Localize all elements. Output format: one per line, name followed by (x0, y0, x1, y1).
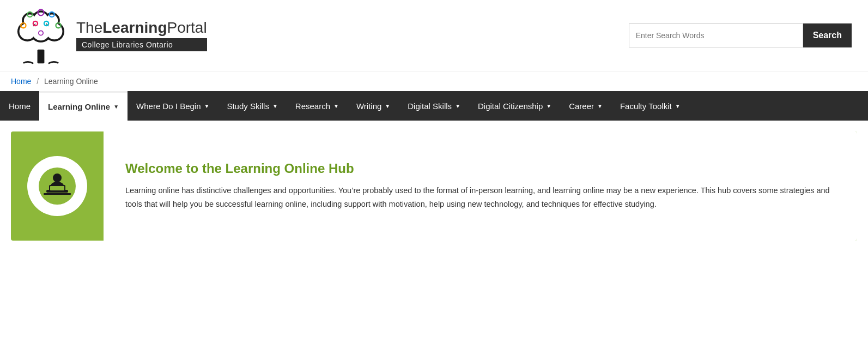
svg-rect-26 (50, 186, 64, 190)
nav-item-study-skills[interactable]: Study Skills ▼ (218, 91, 286, 121)
logo-text: TheLearningPortal College Libraries Onta… (76, 20, 207, 51)
welcome-icon-area (11, 140, 104, 232)
svg-rect-27 (44, 193, 71, 195)
chevron-down-icon: ▼ (546, 103, 551, 109)
online-learning-icon (27, 156, 87, 216)
nav-item-career[interactable]: Career ▼ (560, 91, 611, 121)
chevron-down-icon: ▼ (675, 103, 681, 109)
site-header: TheLearningPortal College Libraries Onta… (0, 0, 868, 71)
breadcrumb-separator: / (37, 77, 39, 86)
nav-item-home[interactable]: Home (0, 91, 39, 121)
svg-point-10 (34, 13, 48, 27)
logo-area: TheLearningPortal College Libraries Onta… (11, 5, 207, 65)
chevron-down-icon: ▼ (204, 103, 210, 109)
breadcrumb-home-link[interactable]: Home (11, 77, 31, 86)
welcome-text-area: Welcome to the Learning Online Hub Learn… (104, 131, 857, 241)
nav-item-faculty-toolkit[interactable]: Faculty Toolkit ▼ (611, 91, 689, 121)
tree-logo-icon (11, 5, 71, 65)
welcome-body: Learning online has distinctive challeng… (125, 184, 835, 211)
logo-title: TheLearningPortal (76, 20, 207, 37)
svg-point-22 (53, 173, 62, 182)
search-button[interactable]: Search (803, 23, 852, 47)
breadcrumb: Home / Learning Online (0, 71, 868, 91)
nav-item-writing[interactable]: Writing ▼ (348, 91, 399, 121)
chevron-down-icon: ▼ (113, 104, 119, 110)
nav-item-learning-online[interactable]: Learning Online ▼ (39, 91, 128, 121)
main-content: Welcome to the Learning Online Hub Learn… (0, 121, 868, 262)
search-input[interactable] (629, 23, 803, 47)
nav-item-digital-citizenship[interactable]: Digital Citizenship ▼ (469, 91, 560, 121)
search-area: Search (629, 23, 852, 47)
main-navbar: HomeLearning Online ▼Where Do I Begin ▼S… (0, 91, 868, 121)
logo-subtitle: College Libraries Ontario (76, 38, 207, 51)
svg-rect-0 (38, 50, 45, 64)
nav-item-where-do-i-begin[interactable]: Where Do I Begin ▼ (128, 91, 218, 121)
welcome-card: Welcome to the Learning Online Hub Learn… (11, 131, 857, 241)
welcome-title: Welcome to the Learning Online Hub (125, 161, 835, 176)
nav-item-digital-skills[interactable]: Digital Skills ▼ (399, 91, 469, 121)
nav-item-research[interactable]: Research ▼ (287, 91, 348, 121)
chevron-down-icon: ▼ (385, 103, 390, 109)
chevron-down-icon: ▼ (597, 103, 603, 109)
chevron-down-icon: ▼ (272, 103, 278, 109)
chevron-down-icon: ▼ (455, 103, 460, 109)
person-laptop-svg (38, 167, 76, 205)
chevron-down-icon: ▼ (333, 103, 339, 109)
breadcrumb-current: Learning Online (44, 77, 98, 86)
